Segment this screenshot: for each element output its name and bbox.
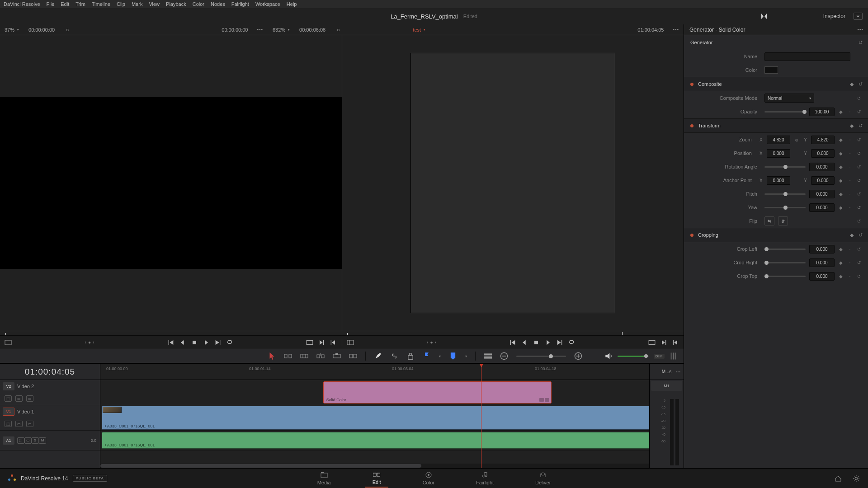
replace-clip-icon[interactable] xyxy=(349,352,357,360)
generator-name-input[interactable] xyxy=(764,52,850,61)
volume-slider[interactable] xyxy=(618,356,649,357)
source-last-frame-icon[interactable] xyxy=(214,339,222,346)
program-first-frame-icon[interactable] xyxy=(509,339,516,346)
pitch-slider[interactable] xyxy=(764,193,806,195)
reset-icon[interactable]: ↺ xyxy=(856,260,862,265)
zoom-in-icon[interactable] xyxy=(574,352,582,360)
track-enable-icon[interactable]: ▭ xyxy=(26,395,33,402)
menu-edit[interactable]: Edit xyxy=(61,1,69,7)
zoom-y-field[interactable]: 4.820 xyxy=(811,136,835,144)
trim-tool-icon[interactable] xyxy=(284,352,292,360)
match-frame-icon[interactable] xyxy=(306,339,313,346)
lock-icon[interactable]: ⬚ xyxy=(5,421,12,427)
color-swatch[interactable] xyxy=(764,66,778,74)
crop-right-field[interactable]: 0.000 xyxy=(809,258,835,267)
settings-icon[interactable] xyxy=(853,474,860,483)
timeline-scrollbar[interactable] xyxy=(100,464,684,468)
track-head-v1[interactable]: V1Video 1 ⬚▭▭ xyxy=(0,405,100,431)
timeline-view-options-icon[interactable] xyxy=(484,352,492,360)
track-enable-icon[interactable]: ▭ xyxy=(26,421,33,427)
reset-icon[interactable]: ↺ xyxy=(859,232,863,238)
reset-icon[interactable]: ↺ xyxy=(859,123,863,129)
section-enable-dot[interactable] xyxy=(690,83,693,86)
menu-help[interactable]: Help xyxy=(287,1,297,7)
link-clips-icon[interactable] xyxy=(390,352,398,360)
rotation-slider[interactable] xyxy=(764,166,806,168)
yaw-field[interactable]: 0.000 xyxy=(809,203,835,212)
program-play-icon[interactable] xyxy=(544,339,552,346)
inspector-toggle-icon[interactable] xyxy=(760,13,768,20)
flag-icon[interactable] xyxy=(423,352,431,360)
menu-app[interactable]: DaVinci Resolve xyxy=(4,1,40,7)
anchor-y-field[interactable]: 0.000 xyxy=(811,176,835,185)
timeline-ruler[interactable]: 01:00:00:0001:00:01:1401:00:03:0401:00:0… xyxy=(100,364,684,380)
timeline-canvas[interactable]: 01:00:00:0001:00:01:1401:00:03:0401:00:0… xyxy=(100,364,684,468)
menu-trim[interactable]: Trim xyxy=(75,1,85,7)
crop-left-slider[interactable] xyxy=(764,249,806,250)
program-options-icon[interactable]: ••• xyxy=(668,27,684,32)
page-deliver[interactable]: Deliver xyxy=(528,470,558,487)
mixer-icon[interactable] xyxy=(669,352,677,360)
clip-video[interactable]: • A033_C001_0716QE_001 xyxy=(102,406,672,430)
marker-icon[interactable] xyxy=(449,352,457,360)
program-stop-icon[interactable] xyxy=(533,339,540,346)
keyframe-icon[interactable]: ◆ xyxy=(838,178,844,183)
reset-icon[interactable]: ↺ xyxy=(856,192,862,197)
crop-top-field[interactable]: 0.000 xyxy=(809,272,835,281)
yaw-slider[interactable] xyxy=(764,207,806,208)
reset-icon[interactable]: ↺ xyxy=(856,219,862,224)
source-marker-icon[interactable]: ○ xyxy=(64,26,71,33)
menu-clip[interactable]: Clip xyxy=(117,1,125,7)
section-enable-dot[interactable] xyxy=(690,234,693,237)
program-loop-icon[interactable] xyxy=(568,339,575,346)
anchor-x-field[interactable]: 0.000 xyxy=(767,176,790,185)
reset-icon[interactable]: ↺ xyxy=(856,205,862,210)
reset-icon[interactable]: ↺ xyxy=(856,96,862,101)
track-lane-v2[interactable]: Solid Color xyxy=(100,380,684,405)
crop-left-field[interactable]: 0.000 xyxy=(809,245,835,253)
auto-select-icon[interactable]: ▭ xyxy=(24,437,32,444)
overwrite-clip-icon[interactable] xyxy=(333,352,341,360)
source-prev-edit-icon[interactable] xyxy=(330,339,337,346)
menu-color[interactable]: Color xyxy=(193,1,204,7)
expand-panel-icon[interactable] xyxy=(854,13,863,20)
menu-workspace[interactable]: Workspace xyxy=(255,1,280,7)
reset-icon[interactable]: ↺ xyxy=(856,274,862,279)
home-icon[interactable] xyxy=(835,474,842,483)
reset-icon[interactable]: ↺ xyxy=(856,151,862,156)
reset-icon[interactable]: ↺ xyxy=(856,247,862,252)
program-marker-icon[interactable]: ○ xyxy=(335,26,342,33)
position-y-field[interactable]: 0.000 xyxy=(811,149,835,158)
source-options-icon[interactable]: ••• xyxy=(252,27,268,32)
menu-mark[interactable]: Mark xyxy=(132,1,142,7)
keyframe-icon[interactable]: ◆ xyxy=(850,123,854,129)
opacity-slider[interactable] xyxy=(764,111,806,113)
source-step-back-icon[interactable] xyxy=(179,339,186,346)
crop-top-slider[interactable] xyxy=(764,276,806,277)
keyframe-icon[interactable]: ◆ xyxy=(838,137,844,142)
inspector-options-icon[interactable]: ••• xyxy=(857,27,863,32)
page-fairlight[interactable]: Fairlight xyxy=(469,470,501,487)
program-next-edit-icon[interactable] xyxy=(660,339,667,346)
program-last-frame-icon[interactable] xyxy=(556,339,563,346)
program-nav-dots[interactable]: ‹●› xyxy=(427,340,436,345)
marker-m1[interactable]: M1 xyxy=(651,381,682,391)
source-viewer[interactable] xyxy=(0,35,342,331)
source-view-mode-icon[interactable] xyxy=(5,339,12,346)
flip-horizontal-button[interactable]: ⇋ xyxy=(764,216,774,225)
program-scrub-bar[interactable] xyxy=(342,331,684,335)
menu-timeline[interactable]: Timeline xyxy=(92,1,110,7)
link-xy-icon[interactable]: ⍟ xyxy=(794,137,800,142)
track-badge-v1[interactable]: V1 xyxy=(3,408,14,416)
program-match-frame-icon[interactable] xyxy=(648,339,656,346)
source-stop-icon[interactable] xyxy=(191,339,198,346)
blade-tool-icon[interactable] xyxy=(374,352,382,360)
track-head-a1[interactable]: A1 ⬚ ▭ S M 2.0 xyxy=(0,431,100,450)
clip-solid-color[interactable]: Solid Color xyxy=(323,381,552,404)
mute-button[interactable]: M xyxy=(39,437,46,444)
position-x-field[interactable]: 0.000 xyxy=(767,149,790,158)
snap-lock-icon[interactable] xyxy=(406,352,415,360)
clip-audio[interactable]: • A033_C001_0716QE_001 xyxy=(102,432,672,449)
menu-fairlight[interactable]: Fairlight xyxy=(231,1,249,7)
lock-icon[interactable]: ⬚ xyxy=(17,437,24,444)
